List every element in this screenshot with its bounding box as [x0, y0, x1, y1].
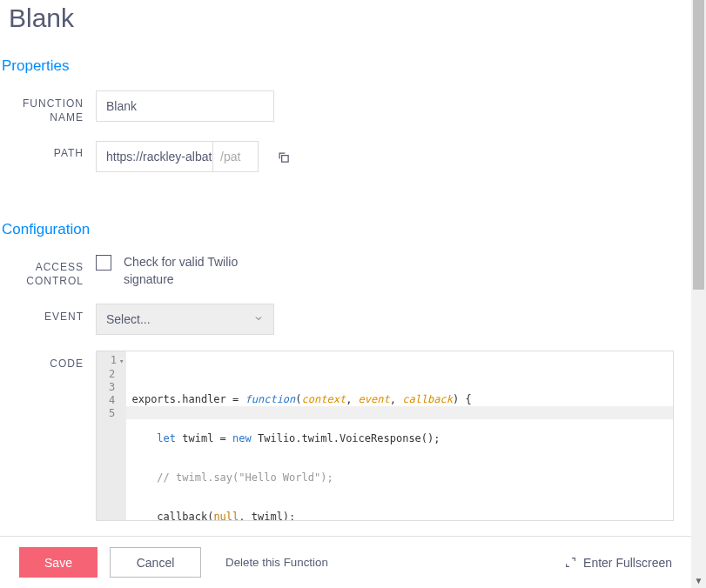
cancel-button[interactable]: Cancel	[110, 547, 201, 578]
event-selected-value: Select...	[106, 312, 151, 326]
access-control-checkbox[interactable]	[96, 255, 111, 271]
copy-path-button[interactable]	[267, 140, 299, 173]
function-name-input[interactable]	[96, 90, 274, 122]
save-button[interactable]: Save	[19, 547, 97, 578]
path-base-url: https://rackley-albat	[96, 141, 213, 172]
footer-bar: Save Cancel Delete this Function Enter F…	[0, 536, 691, 588]
code-gutter: 1▾ 2 3 4 5	[97, 351, 126, 520]
event-select[interactable]: Select...	[96, 304, 274, 335]
fullscreen-label: Enter Fullscreen	[583, 556, 672, 570]
path-input[interactable]	[213, 141, 259, 172]
code-lines[interactable]: exports.handler = function(context, even…	[126, 351, 673, 520]
scroll-down-icon[interactable]: ▼	[691, 573, 706, 588]
scrollbar-track[interactable]: ▼	[691, 0, 706, 588]
code-label: CODE	[9, 351, 96, 371]
scrollbar-thumb[interactable]	[693, 0, 704, 290]
fullscreen-icon	[565, 557, 576, 568]
section-configuration: Configuration	[2, 221, 674, 238]
event-label: EVENT	[9, 304, 96, 324]
path-label: PATH	[9, 140, 96, 161]
page-title: Blank	[9, 3, 674, 33]
copy-icon	[277, 150, 290, 164]
enter-fullscreen-button[interactable]: Enter Fullscreen	[565, 556, 672, 570]
svg-rect-0	[281, 155, 288, 162]
section-properties: Properties	[2, 57, 674, 75]
function-name-label: FUNCTION NAME	[9, 90, 96, 124]
delete-function-button[interactable]: Delete this Function	[213, 556, 340, 569]
code-editor[interactable]: 1▾ 2 3 4 5 exports.handler = function(co…	[96, 351, 674, 521]
access-control-label: ACCESS CONTROL	[9, 254, 96, 288]
access-control-text: Check for valid Twilio signature	[124, 254, 272, 288]
chevron-down-icon	[253, 312, 264, 326]
